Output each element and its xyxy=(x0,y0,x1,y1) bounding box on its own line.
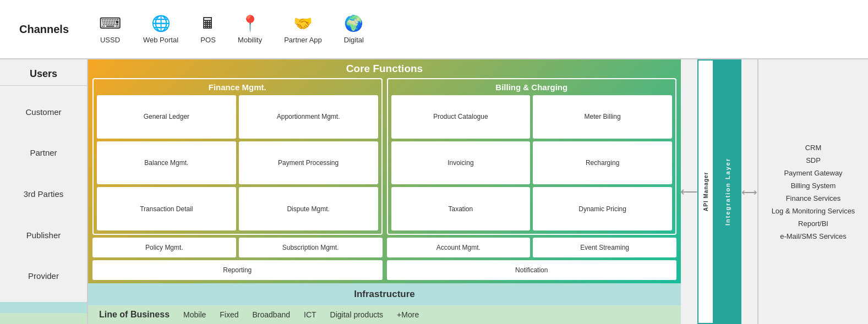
finance-box: Finance Mgmt. General Ledger Apportionme… xyxy=(92,78,383,235)
billing-grid: Product Catalogue Meter Billing Invoicin… xyxy=(391,95,673,230)
mobility-label: Mobility xyxy=(238,36,262,44)
service-log-monitoring: Log & Monitoring Services xyxy=(772,207,855,215)
right-area: ⟷ CRM SDP Payment Gateway Billing System… xyxy=(741,59,868,324)
integration-layer-col: Integration Layer xyxy=(714,59,741,324)
service-finance: Finance Services xyxy=(786,194,841,202)
core-title: Core Functions xyxy=(92,63,676,75)
ussd-label: USSD xyxy=(100,36,120,44)
center-area: Core Functions Finance Mgmt. General Led… xyxy=(88,59,681,324)
service-sdp: SDP xyxy=(806,156,821,164)
billing-cell-1: Meter Billing xyxy=(533,95,672,139)
user-publisher: Publisher xyxy=(0,228,87,242)
pos-icon: 🖩 xyxy=(200,14,216,32)
channels-label: Channels xyxy=(0,23,88,36)
event-cell: Event Streaming xyxy=(533,238,676,257)
webportal-label: Web Portal xyxy=(143,36,178,44)
partnerapp-icon: 🤝 xyxy=(293,14,313,32)
notification-cell: Notification xyxy=(387,260,677,280)
service-crm: CRM xyxy=(805,144,822,152)
finance-cell-4: Transaction Detail xyxy=(97,187,236,230)
lob-more: +More xyxy=(397,310,419,319)
channels-items: ⌨ USSD 🌐 Web Portal 🖩 POS 📍 Mobility 🤝 P… xyxy=(88,14,868,44)
channel-digital: 🌍 Digital xyxy=(344,14,364,44)
notification-wrapper: Notification xyxy=(387,260,677,280)
mobility-icon: 📍 xyxy=(241,14,260,32)
finance-cell-5: Dispute Mgmt. xyxy=(239,187,378,230)
billing-title: Billing & Charging xyxy=(391,83,673,92)
lob-ict: ICT xyxy=(304,310,316,319)
webportal-icon: 🌐 xyxy=(151,14,171,32)
billing-cell-2: Invoicing xyxy=(391,141,531,185)
lob-left xyxy=(0,313,87,324)
users-panel: Users Customer Partner 3rd Parties Publi… xyxy=(0,59,88,324)
integration-panel: ⟵ API Manager Integration Layer xyxy=(681,59,741,324)
finance-cell-2: Balance Mgmt. xyxy=(97,141,236,185)
policy-row: Policy Mgmt. Subscription Mgmt. xyxy=(92,238,383,257)
service-email-sms: e-Mail/SMS Services xyxy=(780,232,847,240)
reporting-wrapper: Reporting xyxy=(92,260,383,280)
users-list: Customer Partner 3rd Parties Publisher P… xyxy=(0,86,87,302)
service-payment-gateway: Payment Gateway xyxy=(784,169,842,177)
lob-label: Line of Business xyxy=(99,310,170,320)
billing-cell-3: Recharging xyxy=(533,141,672,185)
digital-icon: 🌍 xyxy=(344,14,363,32)
channel-pos: 🖩 POS xyxy=(200,14,216,44)
finance-cell-1: Apportionment Mgmt. xyxy=(239,95,378,139)
double-arrow-col: ⟷ xyxy=(741,59,757,324)
policy-cell: Policy Mgmt. xyxy=(92,238,236,257)
policy-account-row: Policy Mgmt. Subscription Mgmt. Account … xyxy=(92,238,676,257)
infra-left xyxy=(0,302,87,313)
user-provider: Provider xyxy=(0,269,87,283)
lob-mobile: Mobile xyxy=(183,310,206,319)
account-event-row: Account Mgmt. Event Streaming xyxy=(387,238,677,257)
lob-bar: Line of Business Mobile Fixed Broadband … xyxy=(88,305,681,324)
service-billing-system: Billing System xyxy=(791,182,836,190)
service-report-bi: Report/BI xyxy=(798,219,828,228)
account-cell: Account Mgmt. xyxy=(387,238,531,257)
core-inner: Finance Mgmt. General Ledger Apportionme… xyxy=(92,78,676,235)
user-3rdparties: 3rd Parties xyxy=(0,187,87,201)
finance-grid: General Ledger Apportionment Mgmt. Balan… xyxy=(97,95,378,230)
lob-digital: Digital products xyxy=(330,310,384,319)
infrastructure-bar: Infrastructure xyxy=(88,283,681,305)
api-manager-col: API Manager xyxy=(697,59,714,324)
users-title: Users xyxy=(0,59,87,86)
core-functions-area: Core Functions Finance Mgmt. General Led… xyxy=(88,59,681,283)
partnerapp-label: Partner App xyxy=(284,36,322,44)
channel-partnerapp: 🤝 Partner App xyxy=(284,14,322,44)
channel-mobility: 📍 Mobility xyxy=(238,14,262,44)
ussd-icon: ⌨ xyxy=(99,14,121,32)
left-arrow-icon: ⟵ xyxy=(680,185,698,199)
reporting-cell: Reporting xyxy=(92,260,383,280)
finance-cell-3: Payment Processing xyxy=(239,141,378,185)
services-panel: CRM SDP Payment Gateway Billing System F… xyxy=(757,59,868,324)
digital-label: Digital xyxy=(344,36,364,44)
billing-cell-0: Product Catalogue xyxy=(391,95,531,139)
billing-cell-5: Dynamic Pricing xyxy=(533,187,672,230)
user-customer: Customer xyxy=(0,105,87,119)
finance-title: Finance Mgmt. xyxy=(97,83,378,92)
billing-box: Billing & Charging Product Catalogue Met… xyxy=(387,78,677,235)
double-arrow-icon: ⟷ xyxy=(741,185,757,199)
pos-label: POS xyxy=(200,36,215,44)
arrows-col: ⟵ xyxy=(681,59,697,324)
lob-fixed: Fixed xyxy=(220,310,238,319)
channels-row: Channels ⌨ USSD 🌐 Web Portal 🖩 POS 📍 Mob… xyxy=(0,0,868,59)
user-partner: Partner xyxy=(0,146,87,160)
subscription-cell: Subscription Mgmt. xyxy=(239,238,383,257)
billing-cell-4: Taxation xyxy=(391,187,531,230)
reporting-notification-row: Reporting Notification xyxy=(92,260,676,280)
channel-ussd: ⌨ USSD xyxy=(99,14,121,44)
finance-cell-0: General Ledger xyxy=(97,95,236,139)
lob-broadband: Broadband xyxy=(253,310,291,319)
channel-webportal: 🌐 Web Portal xyxy=(143,14,178,44)
